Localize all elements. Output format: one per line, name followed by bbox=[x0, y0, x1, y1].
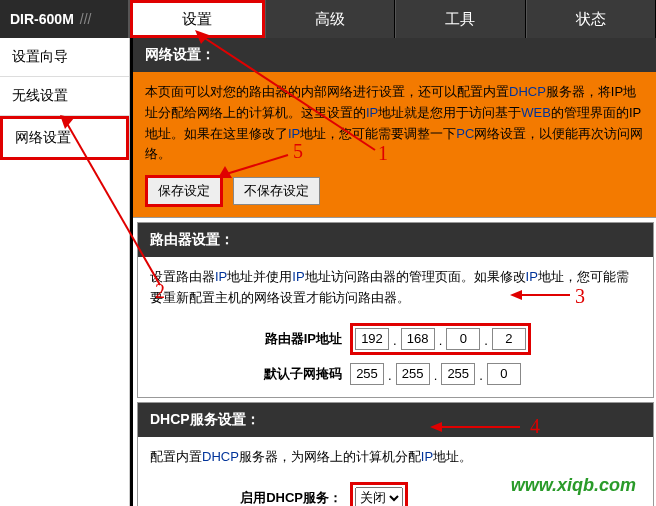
sidebar-item-wizard[interactable]: 设置向导 bbox=[0, 38, 129, 77]
router-desc-c: 地址访问路由器的管理页面。如果修改 bbox=[305, 269, 526, 284]
intro-kw5: PC bbox=[456, 126, 474, 141]
nosave-button[interactable]: 不保存设定 bbox=[233, 177, 320, 205]
dhcp-desc-kw1: DHCP bbox=[202, 449, 239, 464]
dhcp-section: DHCP服务设置： 配置内置DHCP服务器，为网络上的计算机分配IP地址。 启用… bbox=[137, 402, 654, 506]
intro-text-c: 地址就是您用于访问基于 bbox=[378, 105, 521, 120]
tab-advanced[interactable]: 高级 bbox=[265, 0, 396, 38]
intro-text-a: 本页面可以对您的路由器的内部网络进行设置，还可以配置内置 bbox=[145, 84, 509, 99]
dhcp-enable-highlight: 关闭 bbox=[350, 482, 408, 506]
dhcp-desc: 配置内置DHCP服务器，为网络上的计算机分配IP地址。 bbox=[138, 437, 653, 478]
tab-tools[interactable]: 工具 bbox=[395, 0, 526, 38]
router-ip-d[interactable] bbox=[492, 328, 526, 350]
save-button[interactable]: 保存设定 bbox=[145, 175, 223, 207]
dhcp-desc-a: 配置内置 bbox=[150, 449, 202, 464]
tab-status[interactable]: 状态 bbox=[526, 0, 657, 38]
brand: DIR-600M/// bbox=[0, 0, 130, 38]
router-ip-a[interactable] bbox=[355, 328, 389, 350]
main-panel: 网络设置： 本页面可以对您的路由器的内部网络进行设置，还可以配置内置DHCP服务… bbox=[130, 38, 656, 506]
mask-d[interactable] bbox=[487, 363, 521, 385]
router-section: 路由器设置： 设置路由器IP地址并使用IP地址访问路由器的管理页面。如果修改IP… bbox=[137, 222, 654, 398]
intro-kw3: WEB bbox=[521, 105, 551, 120]
router-desc: 设置路由器IP地址并使用IP地址访问路由器的管理页面。如果修改IP地址，您可能需… bbox=[138, 257, 653, 319]
dhcp-title: DHCP服务设置： bbox=[138, 403, 653, 437]
intro-text-e: 地址，您可能需要调整一下 bbox=[300, 126, 456, 141]
mask-a[interactable] bbox=[350, 363, 384, 385]
panel-intro: 本页面可以对您的路由器的内部网络进行设置，还可以配置内置DHCP服务器，将IP地… bbox=[133, 72, 656, 218]
router-desc-kw3: IP bbox=[526, 269, 538, 284]
router-title: 路由器设置： bbox=[138, 223, 653, 257]
dhcp-enable-select[interactable]: 关闭 bbox=[355, 487, 403, 506]
brand-text: DIR-600M bbox=[10, 11, 74, 27]
router-desc-kw1: IP bbox=[215, 269, 227, 284]
subnet-mask-label: 默认子网掩码 bbox=[150, 365, 350, 383]
router-ip-c[interactable] bbox=[446, 328, 480, 350]
router-ip-b[interactable] bbox=[401, 328, 435, 350]
dhcp-desc-b: 服务器，为网络上的计算机分配 bbox=[239, 449, 421, 464]
router-ip-label: 路由器IP地址 bbox=[150, 330, 350, 348]
sidebar-item-network[interactable]: 网络设置 bbox=[0, 116, 129, 160]
intro-kw4: IP bbox=[288, 126, 300, 141]
router-desc-kw2: IP bbox=[292, 269, 304, 284]
router-desc-a: 设置路由器 bbox=[150, 269, 215, 284]
intro-kw1: DHCP bbox=[509, 84, 546, 99]
dhcp-enable-label: 启用DHCP服务： bbox=[150, 489, 350, 506]
brand-divider: /// bbox=[80, 11, 92, 27]
intro-kw2: IP bbox=[366, 105, 378, 120]
mask-b[interactable] bbox=[396, 363, 430, 385]
tab-setup[interactable]: 设置 bbox=[130, 0, 265, 38]
sidebar: 设置向导 无线设置 网络设置 bbox=[0, 38, 130, 506]
panel-title-network: 网络设置： bbox=[133, 38, 656, 72]
dhcp-desc-c: 地址。 bbox=[433, 449, 472, 464]
router-ip-highlight: . . . bbox=[350, 323, 531, 355]
mask-c[interactable] bbox=[441, 363, 475, 385]
router-desc-b: 地址并使用 bbox=[227, 269, 292, 284]
sidebar-item-wireless[interactable]: 无线设置 bbox=[0, 77, 129, 116]
dhcp-desc-kw2: IP bbox=[421, 449, 433, 464]
